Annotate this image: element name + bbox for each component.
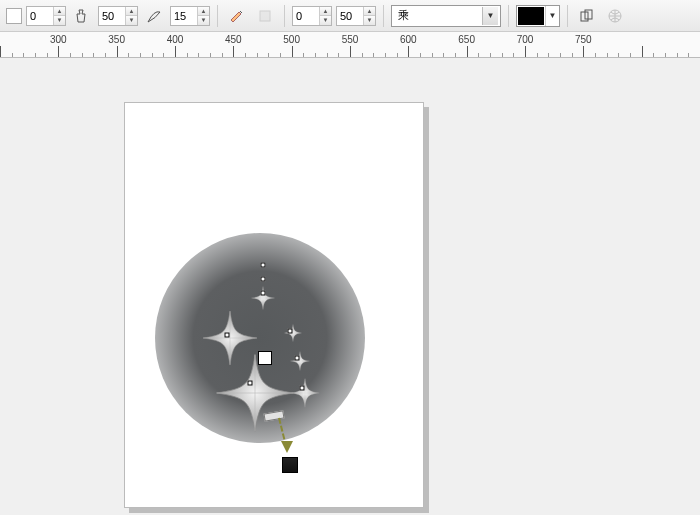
ruler-label: 450 xyxy=(225,34,242,45)
spin-4-up[interactable]: ▲ xyxy=(319,7,331,17)
separator xyxy=(284,5,285,27)
selection-center-handle[interactable] xyxy=(258,351,272,365)
ruler-tick-major xyxy=(525,46,526,58)
feather-icon[interactable] xyxy=(142,4,166,28)
color-swatch xyxy=(518,7,544,25)
spin-2-up[interactable]: ▲ xyxy=(125,7,137,17)
star-shape[interactable] xyxy=(215,353,295,433)
horizontal-ruler[interactable]: 300350400450500550600650700750 xyxy=(0,32,700,58)
ruler-label: 650 xyxy=(458,34,475,45)
separator xyxy=(567,5,568,27)
ruler-tick-major xyxy=(583,46,584,58)
drag-arrow-icon xyxy=(281,441,293,453)
ruler-label: 550 xyxy=(342,34,359,45)
selection-handle[interactable] xyxy=(225,333,230,338)
spin-3-input[interactable] xyxy=(171,7,197,25)
color-picker[interactable]: ▼ xyxy=(516,5,560,27)
star-shape[interactable] xyxy=(290,378,320,408)
spin-5-input[interactable] xyxy=(337,7,363,25)
spin-1-input[interactable] xyxy=(27,7,53,25)
ruler-tick-major xyxy=(467,46,468,58)
ruler-tick-major xyxy=(350,46,351,58)
page-canvas[interactable] xyxy=(124,102,424,508)
ruler-label: 700 xyxy=(517,34,534,45)
ruler-label: 350 xyxy=(108,34,125,45)
spin-4[interactable]: ▲ ▼ xyxy=(292,6,332,26)
edit-fill-icon[interactable] xyxy=(225,4,249,28)
selection-handle[interactable] xyxy=(300,386,305,391)
ruler-label: 400 xyxy=(167,34,184,45)
ruler-tick-major xyxy=(642,46,643,58)
svg-rect-0 xyxy=(260,11,270,21)
blend-mode-label: 乘 xyxy=(398,8,409,23)
ruler-tick-major xyxy=(292,46,293,58)
ruler-tick-major xyxy=(233,46,234,58)
globe-icon xyxy=(603,4,627,28)
spin-1-down[interactable]: ▼ xyxy=(53,16,65,25)
ruler-tick-major xyxy=(175,46,176,58)
spin-3-up[interactable]: ▲ xyxy=(197,7,209,17)
selection-handle[interactable] xyxy=(261,277,266,282)
ruler-tick-major xyxy=(58,46,59,58)
selection-handle[interactable] xyxy=(261,263,266,268)
spin-4-input[interactable] xyxy=(293,7,319,25)
ruler-label: 600 xyxy=(400,34,417,45)
options-toolbar: ▲ ▼ ▲ ▼ ▲ ▼ ▲ ▼ xyxy=(0,0,700,32)
ruler-tick-major xyxy=(117,46,118,58)
spin-3-down[interactable]: ▼ xyxy=(197,16,209,25)
selection-handle[interactable] xyxy=(261,291,266,296)
ruler-tick-major xyxy=(0,46,1,58)
ruler-label: 500 xyxy=(283,34,300,45)
artwork-group[interactable] xyxy=(145,203,405,493)
spin-2-down[interactable]: ▼ xyxy=(125,16,137,25)
copy-props-icon[interactable] xyxy=(575,4,599,28)
selection-handle[interactable] xyxy=(295,356,300,361)
spin-2-input[interactable] xyxy=(99,7,125,25)
separator xyxy=(508,5,509,27)
blend-mode-dropdown[interactable]: 乘 ▼ xyxy=(391,5,501,27)
spin-3[interactable]: ▲ ▼ xyxy=(170,6,210,26)
separator xyxy=(217,5,218,27)
end-color-swatch[interactable] xyxy=(282,457,298,473)
chevron-down-icon: ▼ xyxy=(482,7,498,25)
spin-1[interactable]: ▲ ▼ xyxy=(26,6,66,26)
spin-5-down[interactable]: ▼ xyxy=(363,16,375,25)
selection-handle[interactable] xyxy=(248,381,253,386)
ruler-label: 300 xyxy=(50,34,67,45)
spin-2[interactable]: ▲ ▼ xyxy=(98,6,138,26)
spin-5[interactable]: ▲ ▼ xyxy=(336,6,376,26)
glass-icon[interactable] xyxy=(70,4,94,28)
workspace[interactable] xyxy=(0,58,700,515)
selection-handle[interactable] xyxy=(288,329,293,334)
spin-5-up[interactable]: ▲ xyxy=(363,7,375,17)
toggle-checkbox[interactable] xyxy=(6,8,22,24)
ruler-tick-major xyxy=(408,46,409,58)
ruler-label: 750 xyxy=(575,34,592,45)
spin-1-up[interactable]: ▲ xyxy=(53,7,65,17)
chevron-down-icon: ▼ xyxy=(545,6,559,26)
separator xyxy=(383,5,384,27)
edit-fill-icon-2 xyxy=(253,4,277,28)
spin-4-down[interactable]: ▼ xyxy=(319,16,331,25)
